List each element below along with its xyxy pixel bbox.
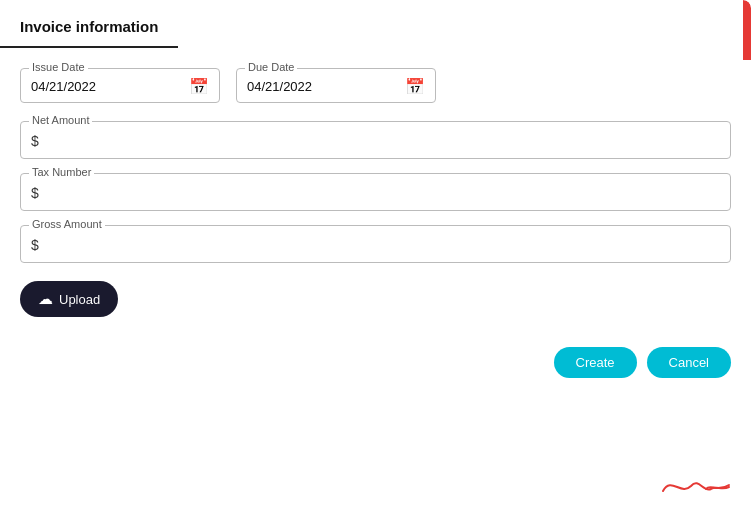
issue-date-calendar-icon[interactable]: 📅 (189, 77, 209, 96)
due-date-calendar-icon[interactable]: 📅 (405, 77, 425, 96)
signature (661, 471, 731, 503)
net-amount-prefix: $ (31, 133, 39, 149)
due-date-field: Due Date 04/21/2022 📅 (236, 68, 436, 103)
gross-amount-label: Gross Amount (29, 218, 105, 230)
date-row: Issue Date 04/21/2022 📅 Due Date 04/21/2… (20, 68, 731, 103)
net-amount-label: Net Amount (29, 114, 92, 126)
page-container: Invoice information Issue Date 04/21/202… (0, 0, 751, 517)
cancel-button[interactable]: Cancel (647, 347, 731, 378)
issue-date-label: Issue Date (29, 61, 88, 73)
form-content: Issue Date 04/21/2022 📅 Due Date 04/21/2… (0, 48, 751, 388)
action-row: Create Cancel (20, 347, 731, 378)
gross-amount-prefix: $ (31, 237, 39, 253)
upload-label: Upload (59, 292, 100, 307)
due-date-value: 04/21/2022 (247, 79, 312, 94)
net-amount-field: Net Amount $ (20, 121, 731, 159)
issue-date-field: Issue Date 04/21/2022 📅 (20, 68, 220, 103)
create-button[interactable]: Create (554, 347, 637, 378)
gross-amount-input[interactable] (47, 237, 716, 253)
tax-number-label: Tax Number (29, 166, 94, 178)
due-date-label: Due Date (245, 61, 297, 73)
upload-icon: ☁ (38, 290, 53, 308)
tax-number-input[interactable] (47, 185, 716, 201)
issue-date-value: 04/21/2022 (31, 79, 96, 94)
page-title: Invoice information (20, 18, 158, 35)
red-bar-accent (743, 0, 751, 60)
tax-number-prefix: $ (31, 185, 39, 201)
upload-button[interactable]: ☁ Upload (20, 281, 118, 317)
tax-number-field: Tax Number $ (20, 173, 731, 211)
gross-amount-field: Gross Amount $ (20, 225, 731, 263)
page-header: Invoice information (0, 0, 178, 48)
net-amount-input[interactable] (47, 133, 716, 149)
